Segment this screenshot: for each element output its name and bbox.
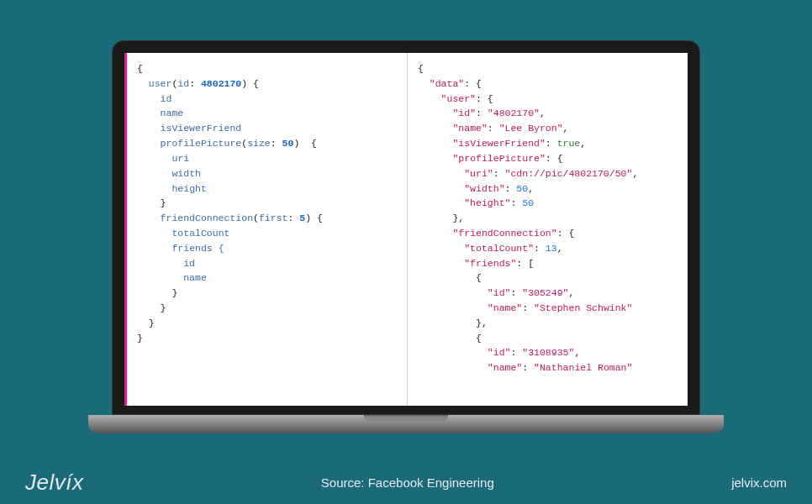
footer: Jelvíx Source: Facebook Engineering jelv…	[0, 460, 812, 504]
query-pane: { user(id: 4802170) { id name isViewerFr…	[127, 53, 408, 406]
screen: { user(id: 4802170) { id name isViewerFr…	[124, 53, 688, 406]
resp-friend-0-id: "305249"	[522, 287, 568, 298]
query-user-id: 4802170	[201, 78, 241, 89]
query-pic-size: 50	[282, 138, 294, 149]
laptop-base	[88, 415, 724, 433]
site-url: jelvix.com	[731, 475, 787, 490]
laptop-mock: { user(id: 4802170) { id name isViewerFr…	[112, 40, 700, 433]
resp-user-id: "4802170"	[488, 108, 540, 118]
response-pane: { "data": { "user": { "id": "4802170", "…	[408, 53, 688, 406]
resp-pic-uri: "cdn://pic/4802170/50"	[505, 168, 633, 179]
trackpad-notch	[364, 415, 448, 421]
resp-totalcount: 13	[546, 243, 557, 254]
resp-friend-1-name: "Nathaniel Roman"	[534, 362, 632, 373]
resp-user-name: "Lee Byron"	[499, 123, 563, 134]
resp-pic-width: 50	[516, 183, 528, 194]
screen-bezel: { user(id: 4802170) { id name isViewerFr…	[112, 40, 700, 415]
brand-logo: Jelvíx	[25, 470, 83, 496]
source-credit: Source: Facebook Engineering	[321, 475, 494, 490]
resp-friend-1-id: "3108935"	[522, 347, 574, 358]
resp-isviewerfriend: true	[557, 138, 581, 149]
resp-friend-0-name: "Stephen Schwink"	[534, 302, 632, 313]
resp-pic-height: 50	[522, 197, 534, 208]
